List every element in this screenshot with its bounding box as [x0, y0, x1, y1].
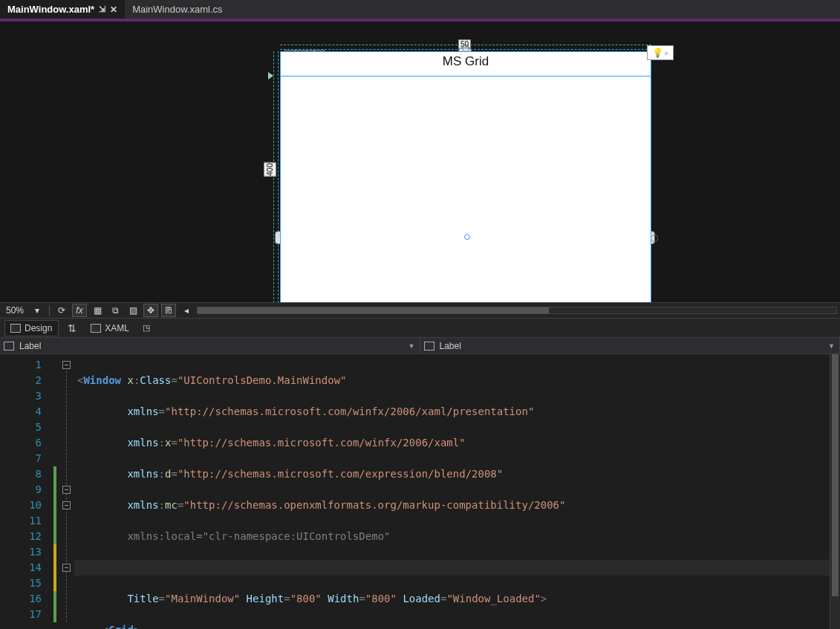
change-marker: [53, 576, 56, 591]
effects-button[interactable]: fx: [72, 304, 87, 317]
tab-mainwindow-xaml[interactable]: MainWindow.xaml* ⇲ ✕: [0, 0, 125, 19]
label-ms-grid[interactable]: MS Grid: [281, 52, 651, 71]
popout-button[interactable]: ◳: [140, 323, 153, 333]
breadcrumb-member-dropdown[interactable]: Label ▼: [420, 338, 841, 353]
code-text[interactable]: <Window x:Class="UIControlsDemo.MainWind…: [53, 354, 735, 629]
grid-snap-button[interactable]: ▦: [90, 304, 105, 317]
ruler-marker-icon[interactable]: [268, 72, 273, 79]
fold-toggle[interactable]: −: [62, 361, 71, 369]
change-marker: [53, 560, 56, 576]
line-number: 1: [0, 357, 53, 373]
change-marker: [53, 544, 56, 560]
outline-guide: [66, 368, 67, 622]
line-number: 14: [0, 560, 53, 576]
change-marker: [53, 513, 56, 529]
tab-mainwindow-xaml-cs[interactable]: MainWindow.xaml.cs: [125, 0, 229, 19]
vertical-scrollbar[interactable]: [830, 354, 840, 629]
document-tabs-bar: MainWindow.xaml* ⇲ ✕ MainWindow.xaml.cs: [0, 0, 840, 19]
xaml-code-editor[interactable]: 1 2 3 4 5 6 7 8 9 10 11 12 13 14 15 16 1…: [0, 354, 840, 629]
scrollbar-thumb[interactable]: [832, 354, 839, 596]
designer-toolstrip: 50% ▾ ⟳ fx ▦ ⧉ ▨ ✥ 🖹 ◂: [0, 302, 840, 319]
pane-tab-label: XAML: [105, 323, 129, 333]
grid-row-separator: [281, 76, 651, 76]
xaml-breadcrumb-bar: Label ▼ Label ▼: [0, 338, 840, 354]
fold-toggle[interactable]: −: [62, 486, 71, 494]
quick-actions-lightbulb[interactable]: 💡▸: [647, 45, 674, 60]
refresh-button[interactable]: ⟳: [54, 304, 69, 317]
line-number: 16: [0, 591, 53, 607]
vertical-ruler[interactable]: [273, 51, 279, 302]
line-number: 7: [0, 451, 53, 466]
fold-toggle[interactable]: −: [62, 501, 71, 509]
line-number-gutter: 1 2 3 4 5 6 7 8 9 10 11 12 13 14 15 16 1…: [0, 354, 53, 629]
design-preview-window[interactable]: 50 400 MainWindow MS Grid 💡▸: [280, 51, 651, 302]
breadcrumb-label: Label: [19, 341, 41, 351]
ruler-tick-v[interactable]: 400: [264, 163, 276, 177]
line-number: 12: [0, 529, 53, 544]
line-number: 6: [0, 435, 53, 451]
fold-toggle[interactable]: −: [62, 564, 71, 572]
line-number: 2: [0, 373, 53, 388]
line-number: 11: [0, 513, 53, 529]
change-marker: [53, 591, 56, 607]
zoom-dropdown-icon[interactable]: ▾: [30, 304, 45, 317]
zoom-level[interactable]: 50%: [3, 305, 27, 316]
change-marker: [53, 482, 56, 498]
separator: [49, 305, 50, 316]
line-number: 13: [0, 544, 53, 560]
line-number: 9: [0, 482, 53, 498]
chevron-down-icon: ▼: [408, 342, 415, 350]
scrollbar-thumb[interactable]: [198, 307, 549, 313]
change-marker: [53, 466, 56, 482]
swap-panes-button[interactable]: ⇅: [63, 322, 81, 334]
line-number: 5: [0, 420, 53, 435]
move-button[interactable]: ✥: [143, 304, 158, 317]
line-number: 8: [0, 466, 53, 482]
xaml-designer-surface[interactable]: 50 400 MainWindow MS Grid 💡▸: [0, 22, 840, 302]
selection-handle-icon[interactable]: [464, 234, 470, 240]
line-number: 4: [0, 404, 53, 420]
pane-switcher: Design ⇅ XAML ◳: [0, 319, 840, 338]
line-number: 17: [0, 607, 53, 622]
collapse-left-icon[interactable]: ◂: [179, 304, 194, 317]
change-marker: [53, 607, 56, 622]
chevron-right-icon: ▸: [665, 48, 669, 58]
change-marker: [53, 498, 56, 513]
snap-grid-button[interactable]: ▨: [126, 304, 140, 317]
design-pane-icon: [11, 325, 20, 332]
design-window-body[interactable]: MS Grid: [280, 51, 651, 302]
element-icon: [4, 342, 13, 350]
snaplines-button[interactable]: ⧉: [108, 304, 123, 317]
close-icon[interactable]: ✕: [110, 4, 117, 15]
line-number: 10: [0, 498, 53, 513]
horizontal-scrollbar[interactable]: [197, 307, 837, 314]
line-number: 15: [0, 576, 53, 591]
xaml-pane-icon: [91, 325, 100, 332]
breadcrumb-element-dropdown[interactable]: Label ▼: [0, 338, 420, 353]
tab-label: MainWindow.xaml*: [7, 4, 94, 15]
pin-icon[interactable]: ⇲: [99, 4, 105, 14]
tab-label: MainWindow.xaml.cs: [132, 4, 222, 15]
breadcrumb-label: Label: [440, 341, 461, 351]
current-line-highlight: [74, 560, 840, 576]
element-icon: [425, 342, 434, 350]
pane-tab-label: Design: [25, 323, 52, 333]
device-button[interactable]: 🖹: [161, 304, 176, 317]
pane-tab-design[interactable]: Design: [4, 320, 59, 336]
pane-tab-xaml[interactable]: XAML: [85, 321, 135, 336]
chevron-down-icon: ▼: [828, 342, 835, 350]
lightbulb-icon: 💡: [652, 48, 663, 58]
change-marker: [53, 529, 56, 544]
line-number: 3: [0, 388, 53, 404]
